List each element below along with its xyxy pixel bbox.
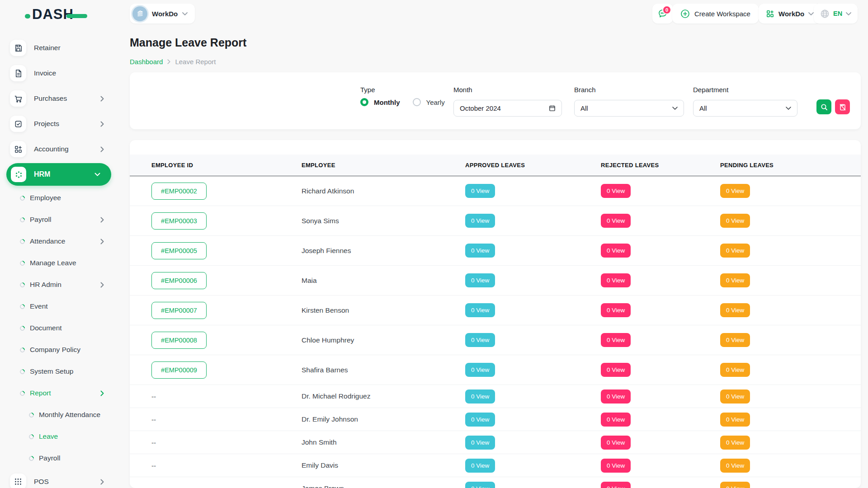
chevron-down-icon — [672, 107, 678, 110]
sidebar-item-hrm[interactable]: HRM — [6, 163, 111, 186]
breadcrumb-dashboard-link[interactable]: Dashboard — [130, 58, 163, 66]
employee-id-link[interactable]: #EMP00003 — [151, 212, 207, 230]
sidebar-item-retainer[interactable]: Retainer — [0, 35, 118, 61]
approved-leaves-badge[interactable]: 0 View — [465, 333, 495, 347]
pending-leaves-badge[interactable]: 0 View — [720, 333, 750, 347]
approved-leaves-badge[interactable]: 0 View — [465, 436, 495, 450]
pending-leaves-badge[interactable]: 0 View — [720, 244, 750, 258]
approved-leaves-badge[interactable]: 0 View — [465, 363, 495, 377]
sidebar-item-system-setup[interactable]: System Setup — [0, 361, 118, 382]
sidebar: Retainer Invoice Purchases — [0, 0, 118, 488]
rejected-leaves-badge[interactable]: 0 View — [601, 214, 631, 228]
dash-logo[interactable]: DASH — [25, 7, 87, 21]
rejected-leaves-badge[interactable]: 0 View — [601, 413, 631, 427]
employee-id-link[interactable]: #EMP00007 — [151, 302, 207, 319]
employee-id-empty: -- — [151, 462, 302, 469]
approved-leaves-badge[interactable]: 0 View — [465, 184, 495, 198]
rejected-leaves-badge[interactable]: 0 View — [601, 273, 631, 287]
pending-leaves-badge[interactable]: 0 View — [720, 363, 750, 377]
branch-select[interactable]: All — [574, 100, 684, 117]
employee-name: Maia — [302, 277, 465, 285]
pending-leaves-badge[interactable]: 0 View — [720, 214, 750, 228]
clipboard-slash-icon — [839, 103, 846, 111]
search-button[interactable] — [816, 99, 831, 114]
rejected-leaves-badge[interactable]: 0 View — [601, 459, 631, 473]
sidebar-item-leave-report[interactable]: Leave — [0, 426, 118, 447]
approved-leaves-badge[interactable]: 0 View — [465, 244, 495, 258]
pending-leaves-badge[interactable]: 0 View — [720, 413, 750, 427]
bullet-icon — [19, 303, 26, 310]
employee-id-link[interactable]: #EMP00009 — [151, 361, 207, 379]
month-label: Month — [453, 86, 472, 94]
sidebar-item-label: HR Admin — [30, 281, 61, 289]
approved-leaves-badge[interactable]: 0 View — [465, 214, 495, 228]
pending-leaves-badge[interactable]: 0 View — [720, 436, 750, 450]
employee-name: Emily Davis — [302, 461, 465, 469]
approved-leaves-badge[interactable]: 0 View — [465, 482, 495, 488]
sidebar-item-invoice[interactable]: Invoice — [0, 61, 118, 86]
sidebar-item-document[interactable]: Document — [0, 317, 118, 339]
pending-leaves-badge[interactable]: 0 View — [720, 482, 750, 488]
column-header: APPROVED LEAVES — [465, 162, 601, 169]
pending-leaves-badge[interactable]: 0 View — [720, 389, 750, 404]
employee-id-link[interactable]: #EMP00006 — [151, 272, 207, 289]
sidebar-item-manage-leave[interactable]: Manage Leave — [0, 252, 118, 274]
rejected-leaves-badge[interactable]: 0 View — [601, 184, 631, 198]
sidebar-item-hr-admin[interactable]: HR Admin — [0, 274, 118, 296]
rejected-leaves-badge[interactable]: 0 View — [601, 436, 631, 450]
pending-leaves-badge[interactable]: 0 View — [720, 459, 750, 473]
employee-name: Chloe Humphrey — [302, 336, 465, 344]
sidebar-item-purchases[interactable]: Purchases — [0, 86, 118, 111]
sidebar-item-report[interactable]: Report — [0, 382, 118, 404]
pending-leaves-badge[interactable]: 0 View — [720, 303, 750, 317]
pending-leaves-badge[interactable]: 0 View — [720, 273, 750, 287]
sidebar-item-payroll[interactable]: Payroll — [0, 209, 118, 230]
sidebar-item-label: Payroll — [30, 216, 51, 224]
sidebar-item-payroll-report[interactable]: Payroll — [0, 447, 118, 469]
reset-filter-button[interactable] — [835, 99, 850, 114]
approved-leaves-badge[interactable]: 0 View — [465, 389, 495, 404]
invoice-icon — [10, 65, 26, 81]
sidebar-item-attendance[interactable]: Attendance — [0, 230, 118, 252]
month-input[interactable]: October 2024 — [453, 100, 562, 117]
monthly-radio-label[interactable]: Monthly — [374, 99, 400, 106]
sidebar-item-projects[interactable]: Projects — [0, 111, 118, 136]
approved-leaves-badge[interactable]: 0 View — [465, 303, 495, 317]
approved-leaves-badge[interactable]: 0 View — [465, 459, 495, 473]
sidebar-item-employee[interactable]: Employee — [0, 187, 118, 209]
table-row: #EMP00006 Maia 0 View 0 View 0 View — [130, 266, 861, 296]
hrm-people-icon — [11, 167, 26, 182]
approved-leaves-badge[interactable]: 0 View — [465, 273, 495, 287]
rejected-leaves-badge[interactable]: 0 View — [601, 333, 631, 347]
employee-id-link[interactable]: #EMP00008 — [151, 332, 207, 349]
employee-id-link[interactable]: #EMP00005 — [151, 242, 207, 259]
chevron-right-icon — [100, 479, 104, 485]
logo-accent-dot — [25, 14, 30, 19]
bullet-icon — [19, 346, 26, 353]
sidebar-item-event[interactable]: Event — [0, 296, 118, 317]
department-select[interactable]: All — [693, 100, 797, 117]
employee-id-link[interactable]: #EMP00002 — [151, 183, 207, 200]
rejected-leaves-badge[interactable]: 0 View — [601, 363, 631, 377]
bullet-icon — [28, 411, 35, 418]
rejected-leaves-badge[interactable]: 0 View — [601, 303, 631, 317]
rejected-leaves-badge[interactable]: 0 View — [601, 244, 631, 258]
pending-leaves-badge[interactable]: 0 View — [720, 184, 750, 198]
bullet-icon — [19, 281, 26, 288]
bullet-icon — [19, 194, 26, 202]
calendar-icon[interactable] — [549, 105, 556, 112]
rejected-leaves-badge[interactable]: 0 View — [601, 389, 631, 404]
sidebar-item-pos[interactable]: POS — [0, 469, 118, 488]
monthly-radio[interactable] — [360, 98, 368, 106]
sidebar-item-monthly-attendance[interactable]: Monthly Attendance — [0, 404, 118, 426]
yearly-radio[interactable] — [413, 98, 421, 106]
yearly-radio-label[interactable]: Yearly — [426, 99, 445, 106]
sidebar-item-company-policy[interactable]: Company Policy — [0, 339, 118, 361]
sidebar-item-accounting[interactable]: Accounting — [0, 136, 118, 162]
sidebar-item-label: POS — [34, 478, 49, 486]
approved-leaves-badge[interactable]: 0 View — [465, 413, 495, 427]
branch-value: All — [580, 104, 672, 112]
chevron-right-icon — [100, 239, 104, 244]
column-header: EMPLOYEE ID — [151, 162, 302, 169]
rejected-leaves-badge[interactable]: 0 View — [601, 482, 631, 488]
